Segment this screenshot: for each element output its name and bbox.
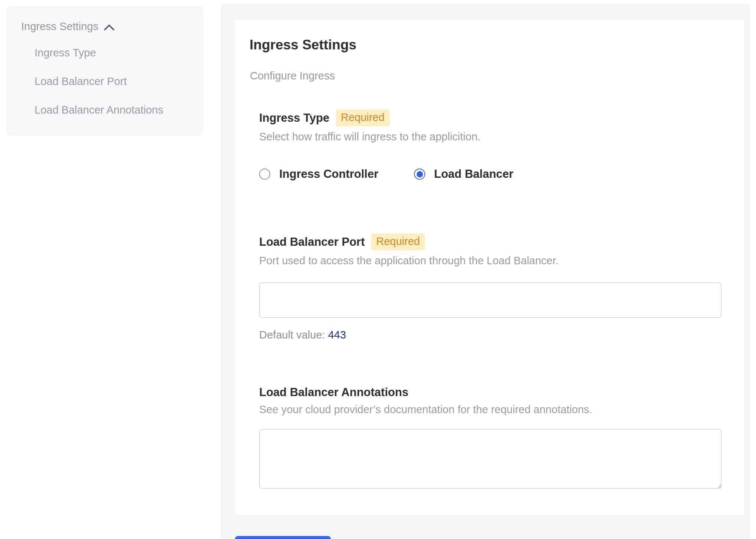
chevron-up-icon <box>104 24 115 31</box>
config-main-panel: Ingress Settings Configure Ingress Ingre… <box>221 4 750 539</box>
sidebar-items: Ingress Type Load Balancer Port Load Bal… <box>21 45 188 118</box>
field-help-ingress-type: Select how traffic will ingress to the a… <box>259 131 721 143</box>
default-value: 443 <box>328 329 346 341</box>
radio-label-load-balancer: Load Balancer <box>434 167 514 181</box>
radio-option-load-balancer[interactable]: Load Balancer <box>414 167 514 181</box>
field-load-balancer-annotations: Load Balancer Annotations See your cloud… <box>259 386 721 489</box>
ingress-settings-card: Ingress Settings Configure Ingress Ingre… <box>235 19 744 515</box>
default-value-label: Default value: <box>259 329 325 341</box>
sidebar-group-ingress-settings[interactable]: Ingress Settings <box>21 20 188 33</box>
save-config-button[interactable]: Save config <box>235 536 331 539</box>
required-badge: Required <box>371 233 425 250</box>
field-label-ingress-type: Ingress Type <box>259 111 329 125</box>
radio-option-ingress-controller[interactable]: Ingress Controller <box>259 167 378 181</box>
load-balancer-annotations-textarea[interactable] <box>259 429 721 489</box>
field-help-load-balancer-annotations: See your cloud provider’s documentation … <box>259 404 721 416</box>
radio-label-ingress-controller: Ingress Controller <box>279 167 378 181</box>
field-help-load-balancer-port: Port used to access the application thro… <box>259 255 721 267</box>
fields: Ingress Type Required Select how traffic… <box>259 110 721 489</box>
sidebar-item-load-balancer-port[interactable]: Load Balancer Port <box>35 73 188 90</box>
field-load-balancer-port: Load Balancer Port Required Port used to… <box>259 233 721 341</box>
field-head-ingress-type: Ingress Type Required <box>259 110 721 126</box>
field-ingress-type: Ingress Type Required Select how traffic… <box>259 110 721 181</box>
field-label-load-balancer-port: Load Balancer Port <box>259 235 365 249</box>
page-subtitle: Configure Ingress <box>250 70 721 82</box>
field-label-load-balancer-annotations: Load Balancer Annotations <box>259 386 408 399</box>
page: Ingress Settings Ingress Type Load Balan… <box>0 0 756 539</box>
sidebar-group-label: Ingress Settings <box>21 20 98 33</box>
load-balancer-port-input[interactable] <box>259 282 721 318</box>
radio-unselected-icon <box>259 169 270 180</box>
config-nav-sidebar: Ingress Settings Ingress Type Load Balan… <box>6 6 203 135</box>
sidebar-item-ingress-type[interactable]: Ingress Type <box>35 45 188 61</box>
field-head-load-balancer-port: Load Balancer Port Required <box>259 233 721 250</box>
default-value-line: Default value: 443 <box>259 329 721 341</box>
required-badge: Required <box>336 110 390 126</box>
field-head-load-balancer-annotations: Load Balancer Annotations <box>259 386 721 399</box>
page-title: Ingress Settings <box>250 37 721 53</box>
ingress-type-radio-group: Ingress Controller Load Balancer <box>259 167 721 181</box>
sidebar-item-load-balancer-annotations[interactable]: Load Balancer Annotations <box>35 102 188 118</box>
radio-selected-icon <box>414 169 425 180</box>
